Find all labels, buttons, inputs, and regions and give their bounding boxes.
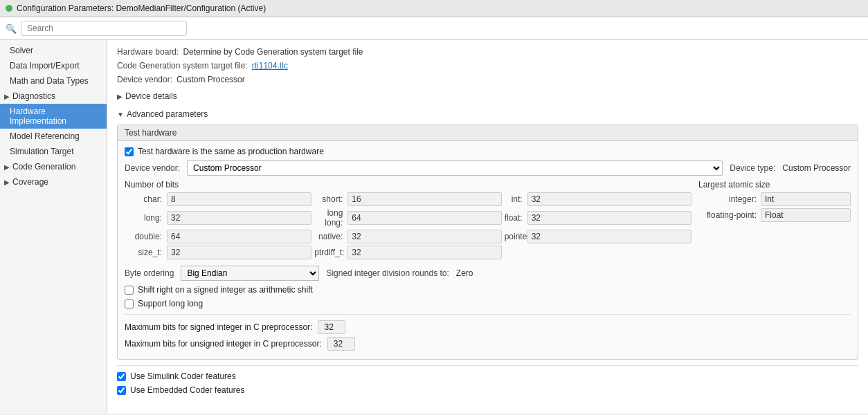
bits-row-1: char: 8 short: 16 int: 32 — [125, 192, 691, 206]
test-device-vendor-label: Device vendor: — [125, 163, 180, 173]
byte-ordering-row: Byte ordering Big Endian Signed integer … — [125, 266, 851, 281]
sidebar-item-coverage-label: Coverage — [12, 177, 48, 187]
code-gen-target-row: Code Generation system target file: rti1… — [117, 61, 858, 71]
status-dot — [6, 5, 12, 12]
max-bits-signed-value: 32 — [318, 320, 345, 334]
search-input[interactable] — [21, 21, 187, 36]
atomic-integer-label: integer: — [698, 194, 761, 204]
simulink-coder-label: Use Simulink Coder features — [130, 371, 236, 381]
atomic-float-value: Float — [761, 208, 851, 222]
short-field: short: 16 — [314, 192, 501, 206]
empty-cell — [505, 246, 691, 259]
char-label: char: — [125, 194, 165, 204]
hardware-board-row: Hardware board: Determine by Code Genera… — [117, 47, 858, 57]
shift-right-checkbox[interactable] — [125, 286, 134, 295]
bits-and-atomic: Number of bits char: 8 short: 16 — [125, 180, 851, 261]
support-long-long-row: Support long long — [125, 299, 851, 308]
simulink-coder-checkbox[interactable] — [117, 372, 126, 381]
longlong-label: long long: — [314, 208, 345, 228]
device-vendor-value: Custom Processor — [177, 75, 245, 84]
longlong-field: long long: 64 — [314, 208, 501, 228]
float-field: float: 32 — [505, 208, 691, 228]
test-hw-checkbox-row: Test hardware is the same as production … — [125, 147, 851, 156]
pointer-field: pointer: 32 — [505, 230, 691, 243]
int-field: int: 32 — [505, 192, 691, 206]
largest-atomic-section: Largest atomic size integer: Int floatin… — [698, 180, 851, 261]
test-hw-checkbox[interactable] — [125, 147, 134, 156]
test-device-type-label: Device type: — [730, 163, 775, 173]
device-details-header[interactable]: ▶ Device details — [117, 89, 858, 104]
sidebar: Solver Data Import/Export Math and Data … — [0, 40, 107, 414]
support-long-long-label: Support long long — [138, 299, 203, 308]
content-area: Hardware board: Determine by Code Genera… — [107, 40, 868, 414]
long-field: long: 32 — [125, 208, 311, 228]
ptrdifft-field: ptrdiff_t: 32 — [314, 246, 501, 259]
int-value: 32 — [527, 192, 691, 206]
byte-ordering-label: Byte ordering — [125, 268, 174, 278]
sizet-label: size_t: — [125, 248, 165, 257]
byte-ordering-select[interactable]: Big Endian — [181, 266, 319, 281]
double-label: double: — [125, 232, 165, 241]
title-bar: Configuration Parameters: DemoMedianFilt… — [0, 0, 868, 17]
bits-row-3: double: 64 native: 32 pointer: 32 — [125, 230, 691, 243]
chevron-right-icon-code: ▶ — [4, 163, 10, 171]
main-layout: Solver Data Import/Export Math and Data … — [0, 40, 868, 414]
sidebar-item-math-label: Math and Data Types — [10, 76, 89, 86]
atomic-integer-value: Int — [761, 192, 851, 206]
support-long-long-checkbox[interactable] — [125, 299, 134, 308]
test-hw-checkbox-label: Test hardware is the same as production … — [138, 147, 324, 156]
sizet-field: size_t: 32 — [125, 246, 311, 259]
ptrdifft-label: ptrdiff_t: — [314, 248, 345, 257]
sidebar-item-model-referencing[interactable]: Model Referencing — [0, 129, 107, 144]
sidebar-item-data-import-export-label: Data Import/Export — [10, 61, 80, 71]
sidebar-item-simulation-target[interactable]: Simulation Target — [0, 144, 107, 159]
signed-int-label: Signed integer division rounds to: — [326, 268, 449, 278]
hardware-board-label: Hardware board: — [117, 47, 179, 57]
max-bits-signed-row: Maximum bits for signed integer in C pre… — [125, 320, 851, 334]
sidebar-item-code-label: Code Generation — [12, 162, 75, 172]
divider-1 — [125, 314, 851, 315]
chevron-right-icon: ▶ — [4, 93, 10, 100]
sidebar-item-diagnostics-label: Diagnostics — [12, 91, 55, 101]
native-value: 32 — [347, 230, 501, 243]
test-device-vendor-row: Device vendor: Custom Processor Device t… — [125, 160, 851, 176]
simulink-coder-row: Use Simulink Coder features — [117, 371, 858, 381]
chevron-right-icon-device: ▶ — [117, 93, 123, 100]
embedded-coder-checkbox[interactable] — [117, 386, 126, 395]
search-icon: 🔍 — [6, 24, 17, 34]
pointer-value: 32 — [527, 230, 691, 243]
sizet-value: 32 — [167, 246, 311, 259]
atomic-float-label: floating-point: — [698, 210, 761, 220]
float-value: 32 — [527, 211, 691, 225]
sidebar-item-coverage[interactable]: ▶ Coverage — [0, 174, 107, 190]
max-bits-unsigned-row: Maximum bits for unsigned integer in C p… — [125, 337, 851, 351]
device-vendor-row: Device vendor: Custom Processor — [117, 75, 858, 84]
test-device-type-value: Custom Processor — [782, 163, 851, 173]
max-bits-unsigned-label: Maximum bits for unsigned integer in C p… — [125, 339, 322, 349]
long-value: 32 — [167, 211, 311, 225]
sidebar-item-math-and-data-types[interactable]: Math and Data Types — [0, 73, 107, 89]
advanced-params-header[interactable]: ▼ Advanced parameters — [117, 107, 858, 122]
test-hardware-body: Test hardware is the same as production … — [118, 141, 858, 359]
embedded-coder-label: Use Embedded Coder features — [130, 385, 244, 395]
double-field: double: 64 — [125, 230, 311, 243]
sidebar-item-data-import-export[interactable]: Data Import/Export — [0, 58, 107, 73]
test-device-vendor-select[interactable]: Custom Processor — [187, 160, 723, 176]
chevron-right-icon-coverage: ▶ — [4, 178, 10, 186]
signed-int-value: Zero — [456, 268, 473, 278]
device-vendor-label: Device vendor: — [117, 75, 172, 84]
code-gen-link[interactable]: rti1104.tlc — [252, 61, 288, 71]
sidebar-item-hardware-label: Hardware Implementation — [10, 107, 100, 126]
sidebar-item-solver[interactable]: Solver — [0, 43, 107, 58]
code-gen-label: Code Generation system target file: — [117, 61, 248, 71]
atomic-integer-row: integer: Int — [698, 192, 851, 206]
search-bar: 🔍 — [0, 17, 868, 40]
short-value: 16 — [347, 192, 501, 206]
sidebar-item-hardware-implementation[interactable]: Hardware Implementation — [0, 104, 107, 129]
sidebar-item-solver-label: Solver — [10, 46, 33, 55]
sidebar-item-code-generation[interactable]: ▶ Code Generation — [0, 159, 107, 174]
sidebar-item-simulation-label: Simulation Target — [10, 147, 74, 156]
sidebar-item-diagnostics[interactable]: ▶ Diagnostics — [0, 89, 107, 104]
chevron-down-icon-advanced: ▼ — [117, 111, 124, 118]
bits-row-4: size_t: 32 ptrdiff_t: 32 — [125, 246, 691, 259]
